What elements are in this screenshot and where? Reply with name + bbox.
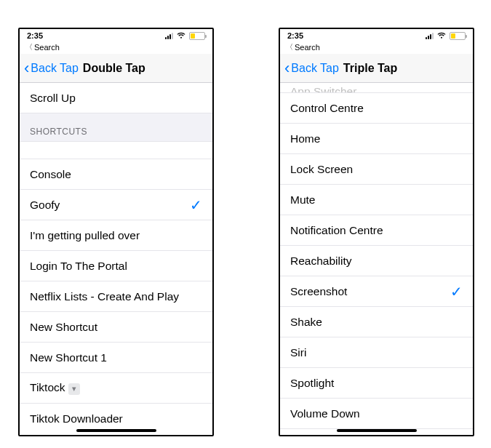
list-item-netflix-lists-create-and-play[interactable]: Netflix Lists - Create And Play — [20, 281, 212, 312]
status-bar: 2:35 — [280, 29, 473, 42]
list-item-label: Tiktok Downloader — [30, 412, 123, 425]
list-item-home[interactable]: Home — [280, 124, 473, 154]
phone-double-tap: 2:35 〈 Search ‹ Back Tap Double Tap Scro… — [18, 28, 214, 436]
nav-bar: ‹ Back Tap Triple Tap — [280, 54, 473, 83]
status-indicators — [165, 32, 205, 40]
cellular-icon — [426, 33, 434, 39]
chevron-left-icon: ‹ — [24, 60, 29, 76]
breadcrumb-label: Search — [295, 43, 320, 52]
list-item-control-centre[interactable]: Control Centre — [280, 93, 473, 124]
wifi-icon — [436, 32, 447, 39]
list-item-label: Shake — [290, 316, 322, 329]
chevron-left-icon: 〈 — [25, 42, 33, 52]
list-item-label: Volume Down — [290, 407, 360, 420]
breadcrumb[interactable]: 〈 Search — [20, 42, 212, 54]
chevron-left-icon: 〈 — [286, 42, 293, 52]
list-item-console[interactable]: Console — [20, 159, 212, 190]
list-item-label: Console — [30, 168, 71, 181]
list-item-spotlight[interactable]: Spotlight — [280, 368, 473, 399]
list-item-shake[interactable]: Shake — [280, 307, 473, 337]
status-time: 2:35 — [27, 31, 43, 40]
list-item-new-shortcut-1[interactable]: New Shortcut 1 — [20, 343, 212, 373]
list-item-i-m-getting-pulled-over[interactable]: I'm getting pulled over — [20, 220, 212, 251]
list-item-label: Spotlight — [290, 377, 334, 390]
list-item-volume-down[interactable]: Volume Down — [280, 399, 473, 429]
list-item-new-shortcut[interactable]: New Shortcut — [20, 312, 212, 343]
list-item-partial[interactable]: App Switcher — [280, 83, 473, 93]
back-button[interactable]: ‹ Back Tap — [284, 60, 339, 76]
blank-row — [20, 142, 212, 159]
checkmark-icon: ✓ — [190, 196, 202, 214]
list-item-label: Login To The Portal — [30, 260, 127, 273]
chevron-left-icon: ‹ — [284, 60, 290, 76]
status-indicators — [426, 32, 466, 40]
list-item-label: Notification Centre — [290, 224, 383, 237]
list-item-label: I'm getting pulled over — [30, 229, 140, 242]
list-item-lock-screen[interactable]: Lock Screen — [280, 154, 473, 185]
list-item-notification-centre[interactable]: Notification Centre — [280, 215, 473, 246]
list-item-tiktock[interactable]: Tiktock▾ — [20, 373, 212, 404]
breadcrumb-label: Search — [34, 43, 60, 52]
page-title: Triple Tap — [343, 62, 397, 75]
nav-bar: ‹ Back Tap Double Tap — [20, 54, 212, 83]
list-item-scroll-up[interactable]: Scroll Up — [20, 83, 212, 113]
list-item-label: Home — [290, 132, 320, 145]
status-time: 2:35 — [287, 31, 303, 40]
list-item-label: New Shortcut — [30, 321, 97, 334]
cellular-icon — [165, 33, 173, 39]
list-item-screenshot[interactable]: Screenshot✓ — [280, 276, 473, 307]
battery-icon — [450, 32, 466, 40]
list-item-label: App Switcher — [290, 85, 356, 93]
list-item-reachability[interactable]: Reachability — [280, 246, 473, 276]
list-item-label: Mute — [290, 193, 315, 207]
list-item-label: Screenshot — [290, 285, 347, 298]
list-item-label: New Shortcut 1 — [30, 351, 107, 364]
list-item-label: Goofy — [30, 199, 60, 212]
list-item-label: Lock Screen — [290, 163, 353, 176]
list-item-login-to-the-portal[interactable]: Login To The Portal — [20, 251, 212, 281]
list-item-mute[interactable]: Mute — [280, 185, 473, 215]
list-item-label: Control Centre — [290, 102, 364, 115]
status-bar: 2:35 — [20, 29, 212, 42]
page-title: Double Tap — [83, 62, 145, 75]
phone-triple-tap: 2:35 〈 Search ‹ Back Tap Triple Tap App … — [279, 28, 474, 436]
list-item-goofy[interactable]: Goofy✓ — [20, 190, 212, 220]
section-header-shortcuts: SHORTCUTS — [20, 113, 212, 142]
home-indicator[interactable] — [337, 429, 417, 432]
list-item-label: Siri — [290, 346, 306, 359]
options-list: App Switcher Control CentreHomeLock Scre… — [280, 83, 473, 436]
back-button[interactable]: ‹ Back Tap — [24, 60, 79, 76]
wifi-icon — [176, 32, 186, 39]
breadcrumb[interactable]: 〈 Search — [280, 42, 473, 54]
checkmark-icon: ✓ — [450, 283, 463, 300]
download-icon: ▾ — [68, 383, 80, 395]
list-item-label: Tiktock▾ — [30, 381, 80, 395]
list-item-siri[interactable]: Siri — [280, 337, 473, 368]
back-label: Back Tap — [291, 62, 339, 75]
options-list: Scroll Up SHORTCUTS ConsoleGoofy✓I'm get… — [20, 83, 212, 434]
list-item-label: Netflix Lists - Create And Play — [30, 290, 179, 303]
list-item-label: Reachability — [290, 255, 351, 268]
home-indicator[interactable] — [76, 429, 156, 432]
battery-icon — [189, 32, 205, 40]
back-label: Back Tap — [31, 62, 79, 75]
list-item-label: Scroll Up — [30, 92, 76, 105]
